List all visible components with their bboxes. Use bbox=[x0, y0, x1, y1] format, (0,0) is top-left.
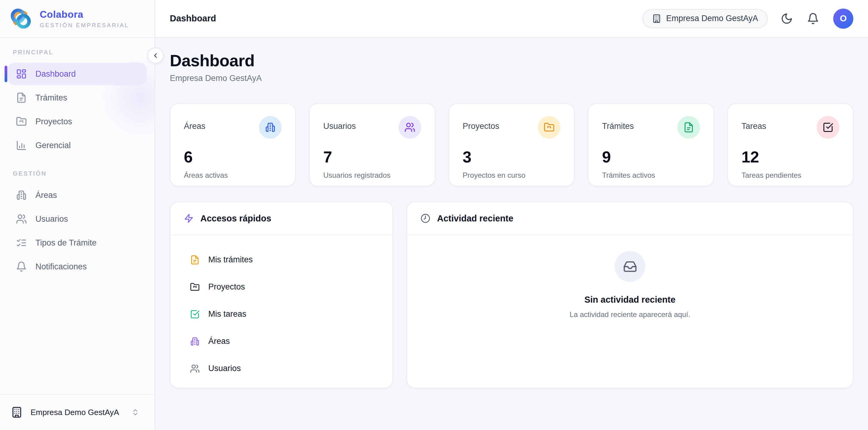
sidebar: Colabora GESTIÓN EMPRESARIAL PRINCIPAL D… bbox=[0, 0, 155, 430]
brand-name: Colabora bbox=[40, 9, 129, 20]
user-avatar[interactable]: O bbox=[833, 8, 853, 29]
stat-label: Proyectos bbox=[463, 122, 499, 131]
sidebar-item-label: Gerencial bbox=[35, 141, 71, 150]
quick-access-item-areas[interactable]: Áreas bbox=[170, 328, 393, 355]
sidebar-item-gerencial[interactable]: Gerencial bbox=[8, 134, 147, 157]
brand: Colabora GESTIÓN EMPRESARIAL bbox=[0, 0, 155, 38]
empty-state-subtitle: La actividad reciente aparecerá aquí. bbox=[569, 310, 690, 319]
stat-caption: Áreas activas bbox=[184, 171, 282, 180]
header-title: Dashboard bbox=[170, 13, 216, 24]
stat-caption: Trámites activos bbox=[602, 171, 700, 180]
users-icon bbox=[190, 364, 200, 373]
sidebar-item-label: Trámites bbox=[35, 93, 67, 102]
page-title: Dashboard bbox=[170, 51, 853, 70]
sidebar-nav: PRINCIPAL Dashboard Trámites Proyectos G… bbox=[0, 38, 155, 394]
company-selector[interactable]: Empresa Demo GestAyA bbox=[0, 394, 155, 430]
chevron-left-icon bbox=[152, 52, 159, 59]
stat-value: 12 bbox=[742, 148, 839, 166]
panels-row: Accesos rápidos Mis trámites Proyectos M… bbox=[170, 202, 853, 388]
stat-card-proyectos: Proyectos 3 Proyectos en curso bbox=[449, 103, 575, 186]
quick-access-title: Accesos rápidos bbox=[200, 213, 271, 223]
folder-kanban-icon bbox=[190, 282, 200, 292]
building-icon bbox=[190, 337, 200, 346]
main-area: Dashboard Empresa Demo GestAyA O Dashboa… bbox=[155, 0, 868, 430]
stat-value: 3 bbox=[463, 148, 560, 166]
quick-access-item-mis-tareas[interactable]: Mis tareas bbox=[170, 301, 393, 328]
sidebar-item-notificaciones[interactable]: Notificaciones bbox=[8, 255, 147, 278]
bell-icon bbox=[807, 12, 819, 25]
stat-caption: Proyectos en curso bbox=[463, 171, 560, 180]
activity-empty-state: Sin actividad reciente La actividad reci… bbox=[407, 235, 853, 319]
building-icon bbox=[265, 122, 276, 133]
sidebar-item-label: Áreas bbox=[35, 191, 57, 200]
stat-caption: Tareas pendientes bbox=[742, 171, 839, 180]
page-subtitle: Empresa Demo GestAyA bbox=[170, 73, 853, 83]
company-selector-label: Empresa Demo GestAyA bbox=[31, 408, 123, 417]
sidebar-item-dashboard[interactable]: Dashboard bbox=[8, 63, 147, 85]
sidebar-item-usuarios[interactable]: Usuarios bbox=[8, 208, 147, 230]
stat-card-tramites: Trámites 9 Trámites activos bbox=[588, 103, 714, 186]
list-checks-icon bbox=[16, 237, 27, 248]
notifications-button[interactable] bbox=[807, 12, 820, 25]
file-text-icon bbox=[190, 255, 200, 265]
stat-value: 9 bbox=[602, 148, 700, 166]
check-square-icon bbox=[190, 309, 200, 319]
recent-activity-panel: Actividad reciente Sin actividad recient… bbox=[406, 202, 853, 388]
layout-dashboard-icon bbox=[16, 68, 27, 80]
empty-state-circle bbox=[615, 251, 645, 282]
building-grid-icon bbox=[652, 14, 661, 23]
quick-access-item-proyectos[interactable]: Proyectos bbox=[170, 273, 393, 301]
file-text-icon bbox=[683, 122, 694, 133]
moon-icon bbox=[781, 12, 793, 25]
empty-state-title: Sin actividad reciente bbox=[584, 295, 675, 305]
sidebar-collapse-button[interactable] bbox=[148, 48, 163, 63]
brand-tagline: GESTIÓN EMPRESARIAL bbox=[40, 22, 129, 29]
sidebar-item-tramites[interactable]: Trámites bbox=[8, 86, 147, 109]
sidebar-item-label: Notificaciones bbox=[35, 262, 87, 272]
nav-section-label-gestion: GESTIÓN bbox=[8, 170, 147, 177]
quick-access-panel: Accesos rápidos Mis trámites Proyectos M… bbox=[170, 202, 393, 388]
building-icon bbox=[16, 190, 27, 201]
file-text-icon bbox=[16, 92, 27, 103]
quick-access-item-usuarios[interactable]: Usuarios bbox=[170, 355, 393, 382]
header-company-button[interactable]: Empresa Demo GestAyA bbox=[642, 9, 768, 28]
top-header: Dashboard Empresa Demo GestAyA O bbox=[155, 0, 868, 37]
quick-access-label: Proyectos bbox=[208, 282, 245, 291]
quick-access-label: Áreas bbox=[208, 337, 230, 346]
stat-label: Usuarios bbox=[323, 122, 356, 131]
sidebar-item-label: Tipos de Trámite bbox=[35, 238, 96, 248]
stat-caption: Usuarios registrados bbox=[323, 171, 421, 180]
quick-access-label: Mis trámites bbox=[208, 255, 253, 265]
sidebar-item-label: Usuarios bbox=[35, 214, 68, 224]
header-company-label: Empresa Demo GestAyA bbox=[666, 14, 758, 23]
folder-kanban-icon bbox=[16, 116, 27, 127]
stat-card-areas: Áreas 6 Áreas activas bbox=[170, 103, 296, 186]
stat-value: 6 bbox=[184, 148, 282, 166]
sidebar-item-areas[interactable]: Áreas bbox=[8, 184, 147, 207]
stat-card-usuarios: Usuarios 7 Usuarios registrados bbox=[309, 103, 435, 186]
bell-icon bbox=[16, 261, 27, 272]
stats-row: Áreas 6 Áreas activas Usuarios 7 Usuario… bbox=[170, 103, 853, 186]
check-square-icon bbox=[823, 122, 834, 133]
building-grid-icon bbox=[11, 406, 23, 418]
chevrons-up-down-icon bbox=[131, 408, 139, 416]
quick-access-label: Usuarios bbox=[208, 364, 241, 373]
quick-access-item-mis-tramites[interactable]: Mis trámites bbox=[170, 246, 393, 273]
theme-toggle-button[interactable] bbox=[781, 12, 794, 25]
bar-chart-icon bbox=[16, 140, 27, 151]
stat-label: Áreas bbox=[184, 122, 206, 131]
zap-icon bbox=[184, 213, 194, 223]
recent-activity-title: Actividad reciente bbox=[437, 213, 514, 223]
active-indicator-bar bbox=[5, 66, 7, 82]
stat-card-tareas: Tareas 12 Tareas pendientes bbox=[727, 103, 853, 186]
sidebar-item-tipos-de-tramite[interactable]: Tipos de Trámite bbox=[8, 232, 147, 254]
folder-kanban-icon bbox=[544, 122, 555, 133]
sidebar-item-label: Proyectos bbox=[35, 117, 72, 126]
colabora-logo-icon bbox=[8, 6, 34, 31]
sidebar-item-proyectos[interactable]: Proyectos bbox=[8, 110, 147, 133]
sidebar-item-label: Dashboard bbox=[35, 69, 76, 79]
quick-access-label: Mis tareas bbox=[208, 309, 246, 319]
users-icon bbox=[16, 213, 27, 224]
stat-value: 7 bbox=[323, 148, 421, 166]
users-icon bbox=[404, 122, 415, 133]
